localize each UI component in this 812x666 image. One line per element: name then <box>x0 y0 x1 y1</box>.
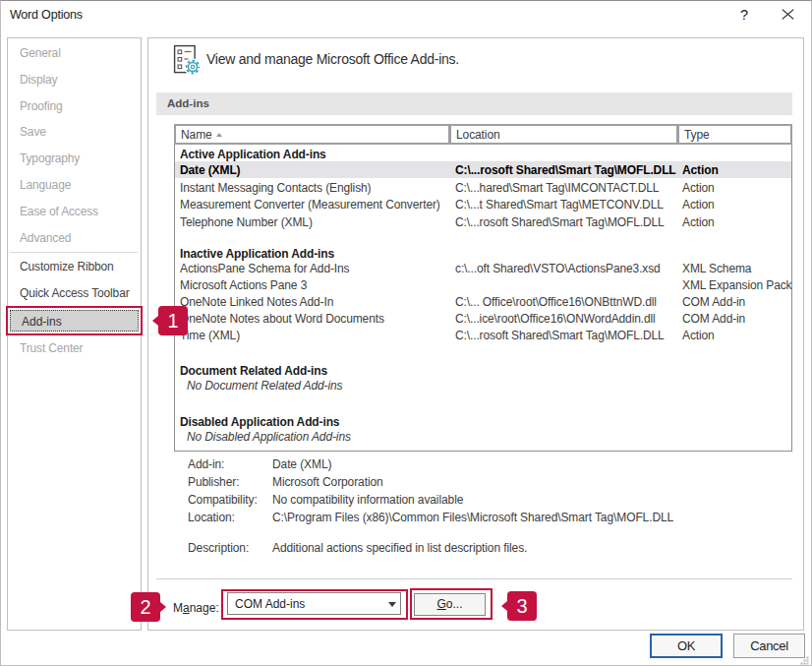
svg-text:?: ? <box>740 7 748 23</box>
